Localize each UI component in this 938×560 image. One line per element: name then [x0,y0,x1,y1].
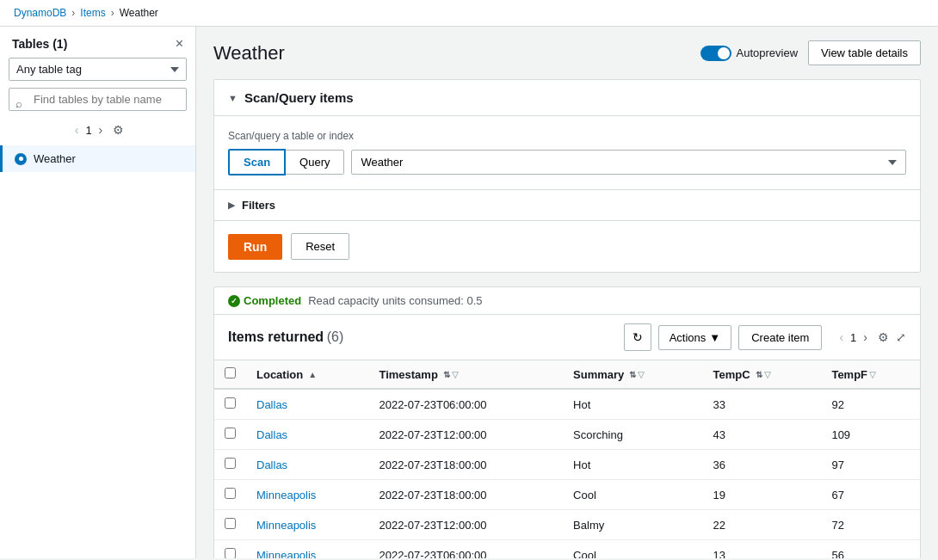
status-completed: ✓ Completed [228,294,301,307]
row-location: Dallas [246,450,368,480]
row-checkbox[interactable] [225,428,236,439]
results-count: (6) [327,329,344,344]
query-button[interactable]: Query [286,150,344,175]
sidebar-next-button[interactable]: › [96,121,107,138]
view-table-details-button[interactable]: View table details [808,40,921,65]
th-checkbox [214,360,246,390]
radio-dot-weather [15,153,27,165]
breadcrumb-current: Weather [120,7,158,19]
row-tempf: 109 [821,420,920,450]
location-link[interactable]: Minneapolis [256,519,316,532]
results-page-number: 1 [850,331,856,344]
th-tempf[interactable]: TempF ▽ [821,360,920,390]
reset-button[interactable]: Reset [291,233,349,260]
row-summary: Cool [563,480,702,510]
breadcrumb-dynamodb[interactable]: DynamoDB [14,7,66,19]
filters-row[interactable]: ▶ Filters [214,189,920,220]
breadcrumb: DynamoDB › Items › Weather [0,0,938,27]
sidebar-page-number: 1 [85,124,91,137]
row-tempc: 19 [702,480,821,510]
row-checkbox[interactable] [225,458,236,469]
table-row: Dallas 2022-07-23T18:00:00 Hot 36 97 [214,450,920,480]
row-checkbox[interactable] [225,518,236,529]
row-checkbox-cell [214,540,246,559]
th-summary[interactable]: Summary ⇅ ▽ [563,360,702,390]
th-timestamp[interactable]: Timestamp ⇅ ▽ [368,360,563,390]
th-tempc[interactable]: TempC ⇅ ▽ [702,360,821,390]
row-tempc: 43 [702,420,821,450]
row-summary: Hot [563,389,702,420]
refresh-button[interactable]: ↻ [624,323,651,351]
breadcrumb-items[interactable]: Items [80,7,105,19]
results-prev-button[interactable]: ‹ [836,329,847,346]
row-checkbox[interactable] [225,488,236,499]
status-dot: ✓ [228,295,240,307]
row-tempf: 67 [821,480,920,510]
search-input[interactable] [9,88,187,111]
run-reset-row: Run Reset [214,220,920,272]
row-checkbox-cell [214,389,246,420]
location-link[interactable]: Dallas [256,458,287,471]
row-tempf: 97 [821,450,920,480]
table-select[interactable]: Weather [351,150,906,175]
table-row: Dallas 2022-07-23T06:00:00 Hot 33 92 [214,389,920,420]
location-link[interactable]: Dallas [256,398,287,411]
results-toolbar: Items returned (6) ↻ Actions ▼ Create it… [214,315,920,360]
actions-button[interactable]: Actions ▼ [658,325,732,350]
filters-expand-icon: ▶ [228,200,235,211]
status-meta: Read capacity units consumed: 0.5 [308,294,482,307]
page-title: Weather [213,42,285,65]
sidebar-title: Tables (1) [12,37,67,51]
row-checkbox-cell [214,420,246,450]
summary-filter-icon[interactable]: ▽ [638,370,645,379]
sidebar-prev-button[interactable]: ‹ [71,121,83,138]
row-checkbox[interactable] [225,397,236,409]
main-content: Weather Autopreview View table details ▼… [196,27,938,558]
timestamp-filter-icon[interactable]: ▽ [452,370,459,379]
results-status-bar: ✓ Completed Read capacity units consumed… [214,287,920,315]
sidebar-tag-select-wrap: Any table tag [0,58,195,88]
row-summary: Cool [563,540,702,559]
results-expand-button[interactable]: ⤢ [896,330,906,344]
results-next-button[interactable]: › [860,329,871,346]
scan-query-title: Scan/Query items [244,90,354,105]
search-icon: ⌕ [15,96,22,109]
tempf-filter-icon[interactable]: ▽ [869,370,876,379]
results-title-wrap: Items returned (6) [228,329,343,345]
scan-query-header[interactable]: ▼ Scan/Query items [214,80,920,116]
row-tempf: 92 [821,389,920,420]
tempc-filter-icon[interactable]: ▽ [764,370,771,379]
toggle-knob [718,47,730,59]
location-link[interactable]: Dallas [256,428,287,441]
results-settings-button[interactable]: ⚙ [878,330,889,344]
timestamp-sort-icon: ⇅ [443,370,450,379]
sidebar-pagination: ‹ 1 › ⚙ [0,118,195,145]
row-tempf: 56 [821,540,920,559]
sidebar: Tables (1) × Any table tag ⌕ ‹ 1 › ⚙ Wea… [0,27,196,558]
scan-button[interactable]: Scan [228,149,286,175]
refresh-icon: ↻ [633,330,643,344]
autopreview-toggle[interactable] [700,46,731,61]
row-summary: Scorching [563,420,702,450]
location-link[interactable]: Minneapolis [256,489,316,502]
location-link[interactable]: Minneapolis [256,549,316,559]
row-tempc: 22 [702,510,821,540]
row-checkbox[interactable] [225,548,236,558]
table-select-wrap: Weather [351,150,906,175]
sidebar-settings-button[interactable]: ⚙ [113,123,124,137]
row-summary: Balmy [563,510,702,540]
create-item-button[interactable]: Create item [738,325,822,350]
sidebar-item-weather[interactable]: Weather [0,145,195,172]
select-all-checkbox[interactable] [225,367,236,378]
results-table: Location ▲ Timestamp ⇅ ▽ [214,360,920,558]
th-location[interactable]: Location ▲ [246,360,368,390]
row-checkbox-cell [214,510,246,540]
sidebar-header: Tables (1) × [0,27,195,58]
row-checkbox-cell [214,450,246,480]
row-timestamp: 2022-07-23T06:00:00 [368,389,563,420]
run-button[interactable]: Run [228,234,282,260]
scan-query-controls: Scan Query Weather [228,149,906,175]
sidebar-tag-select[interactable]: Any table tag [9,58,187,81]
row-timestamp: 2022-07-23T18:00:00 [368,450,563,480]
sidebar-close-button[interactable]: × [176,37,183,51]
